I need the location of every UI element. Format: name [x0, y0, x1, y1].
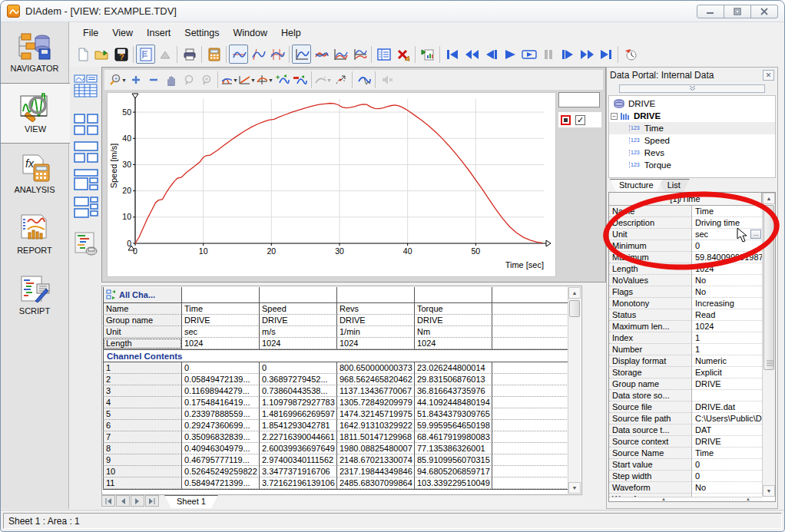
info-label[interactable]: Unit: [103, 326, 182, 338]
property-value[interactable]: [692, 390, 762, 401]
layout-print-icon[interactable]: [73, 232, 99, 256]
info-cell[interactable]: DRIVE: [182, 315, 260, 326]
data-cell[interactable]: 0.36897279452...: [260, 374, 337, 385]
tab-list[interactable]: List: [658, 179, 690, 192]
data-cell[interactable]: 0.11698944279...: [182, 385, 260, 397]
module-analysis[interactable]: fx ANALYSIS: [1, 144, 68, 204]
all-channels-header[interactable]: All Cha...: [103, 287, 182, 303]
properties-scrollbar[interactable]: ▲ ▼: [762, 193, 775, 497]
tree-channel-speed[interactable]: 123Speed: [609, 134, 775, 147]
fast-forward-icon[interactable]: [577, 45, 596, 64]
jump-first-icon[interactable]: [442, 45, 462, 64]
info-cell[interactable]: 1024: [415, 338, 492, 349]
data-cell-empty[interactable]: [492, 443, 570, 454]
property-value[interactable]: 0: [692, 471, 762, 482]
sheet-tab[interactable]: Sheet 1: [164, 495, 218, 508]
property-value[interactable]: 1: [692, 332, 762, 344]
transform-disabled-icon[interactable]: ▼: [314, 71, 332, 88]
row-index[interactable]: 3: [103, 385, 182, 397]
module-script[interactable]: SCRIPT: [1, 265, 68, 325]
rewind-icon[interactable]: [462, 45, 481, 64]
property-value[interactable]: No: [692, 286, 762, 298]
property-value[interactable]: DRIVE: [692, 436, 762, 448]
pause-disabled-icon[interactable]: [538, 45, 558, 64]
info-label[interactable]: Name: [103, 303, 182, 315]
set-flags-icon[interactable]: +: [273, 71, 291, 88]
scroll-down-icon[interactable]: ▼: [763, 485, 775, 497]
row-index[interactable]: 5: [103, 408, 182, 420]
property-value[interactable]: sec...: [692, 229, 762, 240]
property-value[interactable]: 1024: [692, 263, 762, 275]
info-cell[interactable]: Time: [182, 303, 260, 315]
layout-1-big-3-icon[interactable]: [73, 195, 99, 220]
restore-button[interactable]: [724, 5, 751, 18]
data-cell[interactable]: 1642.91310329922: [337, 420, 415, 431]
data-cell[interactable]: 1.48169966269597: [260, 408, 337, 420]
display-settings-icon[interactable]: [374, 45, 393, 64]
property-value[interactable]: DRIVE: [692, 378, 762, 390]
open-file-icon[interactable]: [92, 45, 111, 64]
scroll-thumb[interactable]: [569, 300, 580, 317]
data-cell[interactable]: 1305.72849209979: [337, 397, 415, 408]
column-splitter-bar[interactable]: ▲ ▲: [609, 497, 762, 501]
menu-help[interactable]: Help: [274, 26, 308, 40]
data-cell[interactable]: 1.10979872927783: [260, 397, 337, 408]
data-cell[interactable]: 2.60039936697649: [260, 443, 337, 454]
property-value[interactable]: 59.8400999919877: [692, 252, 762, 263]
close-icon[interactable]: ✕: [763, 70, 774, 81]
property-value[interactable]: No: [692, 275, 762, 286]
data-cell[interactable]: 103.339229510049: [415, 477, 492, 489]
tree-channel-time[interactable]: 123Time: [609, 122, 775, 134]
info-cell[interactable]: Nm: [415, 326, 492, 338]
pan-hand-icon[interactable]: [162, 71, 180, 88]
layout-1-wide-2-icon[interactable]: [73, 140, 99, 164]
property-value[interactable]: Driving time: [692, 217, 762, 229]
print-icon[interactable]: [180, 45, 199, 64]
data-cell-empty[interactable]: [492, 408, 570, 420]
display-overlay-icon[interactable]: [349, 45, 369, 64]
view-layout-toggle-icon[interactable]: [136, 45, 155, 64]
info-cell-empty[interactable]: [492, 315, 570, 326]
data-cell[interactable]: 0.58494721399...: [182, 477, 260, 489]
data-cell-empty[interactable]: [492, 374, 570, 385]
module-view[interactable]: VIEW: [1, 83, 70, 144]
data-cell[interactable]: 3.3477371916706: [260, 466, 337, 477]
info-cell[interactable]: m/s: [260, 326, 337, 338]
tree-channel-revs[interactable]: 123Revs: [609, 147, 775, 159]
data-cell-empty[interactable]: [492, 420, 570, 431]
tree-channel-torque[interactable]: 123Torque: [609, 159, 775, 171]
redo-disabled-icon[interactable]: [155, 45, 174, 64]
property-value[interactable]: DRIVE.dat: [692, 401, 762, 413]
display-single-icon[interactable]: [292, 45, 311, 64]
data-cell[interactable]: 0.40946304979...: [182, 443, 260, 454]
sheet-last-icon[interactable]: [145, 495, 159, 507]
data-cell-empty[interactable]: [492, 385, 570, 397]
info-cell[interactable]: 1024: [337, 338, 415, 349]
curve-select-icon[interactable]: [355, 71, 373, 88]
info-cell[interactable]: sec: [182, 326, 260, 338]
data-cell[interactable]: 968.562465820462: [337, 374, 415, 385]
data-cell[interactable]: 0.05849472139...: [182, 374, 260, 385]
data-cell[interactable]: 0.23397888559...: [182, 408, 260, 420]
data-cell[interactable]: 2317.19844349846: [337, 466, 415, 477]
data-cell-empty[interactable]: [492, 466, 570, 477]
play-cursor-icon[interactable]: [519, 45, 538, 64]
info-cell[interactable]: Speed: [260, 303, 337, 315]
info-cell[interactable]: DRIVE: [260, 315, 337, 326]
scroll-down-icon[interactable]: ▼: [568, 482, 581, 494]
property-value[interactable]: 0: [692, 240, 762, 252]
tree-group-drive[interactable]: − DRIVE: [609, 110, 775, 122]
row-index[interactable]: 7: [103, 431, 182, 443]
scroll-thumb[interactable]: [763, 205, 774, 370]
menu-insert[interactable]: Insert: [140, 26, 177, 40]
delete-flags-icon[interactable]: [393, 45, 412, 64]
minimize-button[interactable]: [697, 5, 724, 18]
curves-axis-icon[interactable]: [229, 45, 248, 64]
row-index[interactable]: 11: [103, 477, 182, 489]
data-cell[interactable]: 68.4617919980083: [415, 431, 492, 443]
data-cell[interactable]: 2148.67021330074: [337, 454, 415, 466]
layout-1-wide-1-2-icon[interactable]: [73, 167, 99, 192]
data-cell[interactable]: 0.46795777119...: [182, 454, 260, 466]
data-cell[interactable]: 0.73860443538...: [260, 385, 337, 397]
data-cell-empty[interactable]: [492, 431, 570, 443]
